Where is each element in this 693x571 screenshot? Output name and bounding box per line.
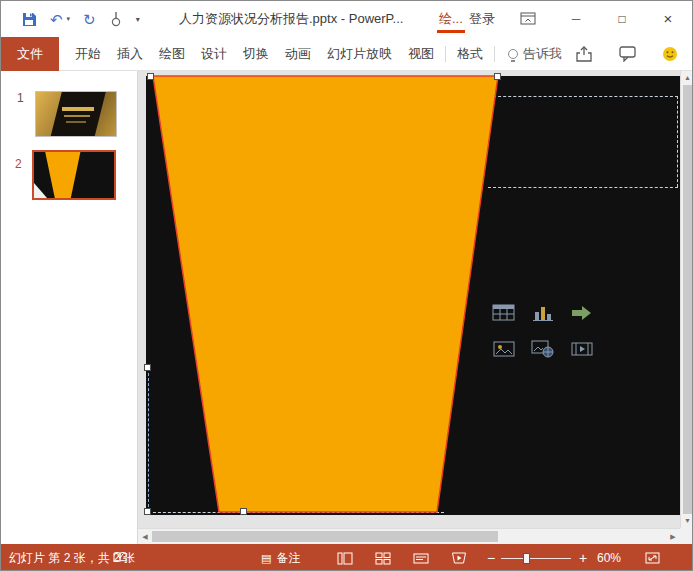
insert-chart-icon[interactable]	[531, 303, 555, 323]
smiley-feedback-icon[interactable]	[662, 46, 678, 62]
thumb1-title-line	[62, 107, 94, 111]
tab-insert[interactable]: 插入	[109, 37, 151, 71]
comment-icon[interactable]	[619, 46, 636, 62]
scroll-left-arrow[interactable]: ◀	[138, 529, 152, 544]
selection-handle[interactable]	[144, 508, 151, 515]
ribbon-tab-bar: 文件 开始 插入 绘图 设计 切换 动画 幻灯片放映 视图 格式 告诉我	[1, 37, 693, 71]
contextual-tab-group-label[interactable]: 绘...	[437, 8, 465, 33]
normal-view-icon[interactable]	[337, 552, 353, 565]
powerpoint-window: ↶ ▾ ↻ ▾ 人力资源状况分析报告.pptx - PowerP... 绘...…	[0, 0, 693, 571]
tab-format[interactable]: 格式	[449, 37, 491, 71]
lightbulb-icon	[508, 49, 518, 59]
tab-separator	[445, 46, 446, 62]
slide-2-thumbnail-selected[interactable]	[32, 150, 116, 200]
scroll-up-arrow[interactable]: ▲	[681, 71, 693, 85]
thumb1-caption-line	[66, 121, 86, 123]
slide-show-icon[interactable]	[451, 552, 467, 565]
zoom-slider[interactable]	[501, 558, 571, 559]
tab-file[interactable]: 文件	[1, 37, 59, 71]
slide-2-number: 2	[15, 157, 22, 171]
sign-in-link[interactable]: 登录	[469, 1, 495, 37]
horizontal-scrollbar[interactable]: ◀ ▶	[138, 528, 680, 544]
spell-check-icon[interactable]	[113, 551, 128, 564]
selection-handle[interactable]	[494, 73, 501, 80]
tell-me-box[interactable]: 告诉我	[498, 37, 572, 71]
ribbon-display-options-button[interactable]	[513, 1, 543, 37]
insert-smartart-icon[interactable]	[570, 303, 594, 323]
notes-label: 备注	[276, 550, 300, 567]
insert-online-picture-icon[interactable]	[531, 339, 555, 359]
tab-design[interactable]: 设计	[193, 37, 235, 71]
vertical-scrollbar[interactable]: ▲ ▼	[680, 71, 693, 528]
qat-customize-icon[interactable]: ▾	[136, 15, 140, 24]
content-placeholder-icons	[484, 295, 602, 367]
ribbon-right-icons	[575, 46, 693, 62]
scroll-right-arrow[interactable]: ▶	[666, 529, 680, 544]
thumb2-orange-trapezoid	[34, 152, 114, 198]
undo-icon[interactable]: ↶	[50, 12, 63, 27]
maximize-button[interactable]: □	[607, 1, 637, 37]
insert-picture-icon[interactable]	[492, 339, 516, 359]
selection-handle[interactable]	[147, 73, 154, 80]
tab-animations[interactable]: 动画	[277, 37, 319, 71]
share-icon[interactable]	[575, 46, 593, 62]
minimize-button[interactable]: ─	[561, 1, 591, 37]
close-button[interactable]: ×	[653, 1, 683, 37]
view-shortcuts	[337, 544, 467, 571]
thumb1-subtitle-line	[64, 115, 90, 117]
horizontal-scrollbar-thumb[interactable]	[152, 531, 498, 542]
tab-transitions[interactable]: 切换	[235, 37, 277, 71]
window-title: 人力资源状况分析报告.pptx - PowerP...	[179, 1, 403, 37]
insert-video-icon[interactable]	[570, 339, 594, 359]
zoom-out-button[interactable]: −	[487, 544, 495, 571]
slide-thumbnail-panel: 1 2	[1, 71, 138, 544]
vertical-scrollbar-thumb[interactable]	[683, 85, 692, 514]
save-icon[interactable]	[21, 11, 37, 27]
tab-view[interactable]: 视图	[400, 37, 442, 71]
thumb2-white-wedge	[34, 183, 47, 198]
tell-me-label: 告诉我	[523, 45, 562, 63]
slide-editing-canvas[interactable]	[138, 71, 680, 528]
insert-table-icon[interactable]	[492, 303, 516, 323]
orange-trapezoid-shape[interactable]	[153, 76, 498, 512]
slide-1-number: 1	[17, 91, 24, 105]
scroll-down-arrow[interactable]: ▼	[681, 514, 693, 528]
zoom-level[interactable]: 60%	[597, 544, 621, 571]
slide-1-thumbnail[interactable]	[35, 91, 117, 137]
fit-slide-to-window-icon[interactable]	[645, 552, 660, 564]
tab-draw[interactable]: 绘图	[151, 37, 193, 71]
slide-sorter-view-icon[interactable]	[375, 552, 391, 565]
selection-handle[interactable]	[144, 364, 151, 371]
notes-button[interactable]: ▤ 备注	[261, 544, 300, 571]
tab-home[interactable]: 开始	[67, 37, 109, 71]
tab-separator	[494, 46, 495, 62]
notes-icon: ▤	[261, 553, 271, 564]
touch-mouse-mode-icon[interactable]	[109, 11, 123, 27]
title-bar: ↶ ▾ ↻ ▾ 人力资源状况分析报告.pptx - PowerP... 绘...…	[1, 1, 693, 37]
tab-slide-show[interactable]: 幻灯片放映	[319, 37, 400, 71]
reading-view-icon[interactable]	[413, 552, 429, 565]
redo-icon[interactable]: ↻	[83, 12, 96, 27]
undo-dropdown-icon[interactable]: ▾	[67, 15, 71, 23]
zoom-in-button[interactable]: +	[579, 544, 587, 571]
scrollbar-corner	[680, 528, 693, 544]
zoom-slider-thumb[interactable]	[523, 553, 530, 564]
selection-handle[interactable]	[240, 508, 247, 515]
status-bar: 幻灯片 第 2 张，共 2 张 ▤ 备注 − + 60%	[1, 544, 693, 571]
quick-access-toolbar: ↶ ▾ ↻ ▾	[21, 1, 140, 37]
